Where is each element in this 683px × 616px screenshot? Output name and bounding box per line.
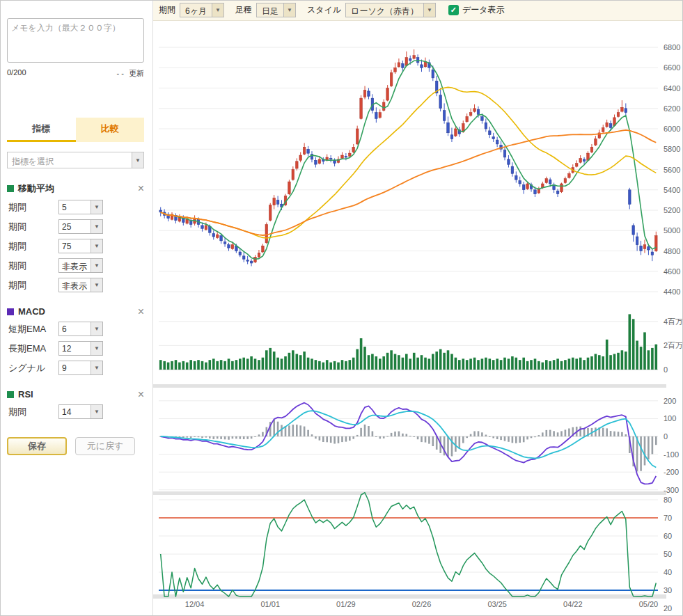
- svg-text:80: 80: [664, 496, 672, 504]
- chevron-down-icon: ▼: [283, 3, 295, 17]
- memo-meta: 0/200 - - 更新: [7, 68, 144, 79]
- svg-text:01/29: 01/29: [336, 600, 356, 608]
- chevron-down-icon: ▼: [91, 220, 102, 233]
- chevron-down-icon: ▼: [91, 200, 102, 214]
- svg-text:4600: 4600: [664, 267, 680, 276]
- svg-text:01/01: 01/01: [260, 600, 280, 608]
- select-value: 6: [59, 322, 91, 335]
- ma-period-row-1: 期間 5 ▼: [7, 200, 144, 214]
- chevron-down-icon: ▼: [91, 322, 102, 335]
- chevron-down-icon: ▼: [91, 239, 102, 253]
- svg-text:5000: 5000: [664, 226, 680, 235]
- close-icon[interactable]: ×: [138, 184, 144, 194]
- close-icon[interactable]: ×: [138, 390, 144, 400]
- svg-text:70: 70: [664, 514, 672, 522]
- bar-type-dropdown[interactable]: 日足 ▼: [256, 3, 296, 17]
- svg-text:02/26: 02/26: [412, 600, 432, 608]
- svg-text:6600: 6600: [664, 63, 680, 72]
- rsi-period-select[interactable]: 14 ▼: [58, 404, 103, 419]
- rsi-color-bullet: [7, 391, 14, 398]
- ma-period-row-5: 期間 非表示 ▼: [7, 278, 144, 292]
- close-icon[interactable]: ×: [138, 307, 144, 317]
- save-button[interactable]: 保存: [7, 437, 67, 455]
- svg-text:6000: 6000: [664, 125, 680, 133]
- select-value: 25: [59, 220, 91, 233]
- section-macd: MACD × 短期EMA 6 ▼ 長期EMA 12 ▼ シグナル 9 ▼: [7, 306, 144, 375]
- memo-updated-value: - -: [117, 69, 124, 77]
- row-label: 期間: [8, 260, 58, 272]
- style-label: スタイル: [307, 4, 341, 16]
- period-dropdown[interactable]: 6ヶ月 ▼: [180, 3, 224, 17]
- reset-button[interactable]: 元に戻す: [75, 437, 135, 455]
- svg-text:0: 0: [664, 365, 668, 374]
- chevron-down-icon: ▼: [212, 3, 223, 17]
- section-rsi: RSI × 期間 14 ▼: [7, 389, 144, 419]
- svg-text:5600: 5600: [664, 166, 680, 174]
- chart-area: 4400460048005000520054005600580060006200…: [153, 21, 683, 616]
- svg-text:04/22: 04/22: [563, 600, 583, 608]
- row-label: 期間: [8, 279, 58, 292]
- svg-text:6400: 6400: [664, 84, 680, 93]
- macd-signal-select[interactable]: 9 ▼: [58, 361, 103, 375]
- select-value: 5: [59, 200, 91, 214]
- memo-input[interactable]: [7, 18, 144, 63]
- indicator-select-placeholder: 指標を選択: [8, 152, 132, 168]
- svg-text:60: 60: [664, 532, 672, 540]
- ma-period-2-select[interactable]: 25 ▼: [58, 219, 103, 234]
- svg-text:100: 100: [664, 414, 676, 422]
- macd-short-select[interactable]: 6 ▼: [58, 322, 103, 336]
- chevron-down-icon: ▼: [423, 3, 435, 17]
- period-value: 6ヶ月: [180, 3, 212, 17]
- indicator-select[interactable]: 指標を選択 ▼: [7, 152, 144, 168]
- svg-text:5200: 5200: [664, 206, 680, 214]
- period-label: 期間: [159, 4, 175, 16]
- style-dropdown[interactable]: ローソク（赤青） ▼: [345, 3, 436, 17]
- chart-canvas[interactable]: 4400460048005000520054005600580060006200…: [153, 21, 683, 616]
- ma-period-row-2: 期間 25 ▼: [7, 219, 144, 234]
- svg-text:4400: 4400: [664, 287, 680, 296]
- tab-compare[interactable]: 比較: [76, 118, 145, 142]
- rsi-period-row: 期間 14 ▼: [7, 404, 144, 419]
- sidebar: 0/200 - - 更新 指標 比較 指標を選択 ▼ 移動平均 × 期間 5 ▼…: [0, 0, 153, 616]
- chevron-down-icon: ▼: [132, 152, 143, 168]
- sidebar-tabs: 指標 比較: [7, 118, 144, 142]
- select-value: 非表示: [59, 278, 91, 292]
- bar-type-label: 足種: [235, 4, 252, 16]
- section-moving-average: 移動平均 × 期間 5 ▼ 期間 25 ▼ 期間 75 ▼ 期間: [7, 182, 144, 292]
- chevron-down-icon: ▼: [91, 342, 102, 355]
- row-label: シグナル: [8, 362, 58, 374]
- tab-indicators[interactable]: 指標: [7, 118, 76, 142]
- chevron-down-icon: ▼: [91, 259, 102, 272]
- svg-text:5800: 5800: [664, 145, 680, 153]
- section-title: MACD: [18, 306, 134, 317]
- bar-type-value: 日足: [257, 3, 283, 17]
- svg-text:-200: -200: [664, 468, 679, 476]
- data-display-checkbox[interactable]: ✓: [448, 5, 459, 15]
- svg-text:20: 20: [664, 604, 672, 613]
- ma-period-4-select[interactable]: 非表示 ▼: [58, 258, 103, 273]
- row-label: 短期EMA: [8, 323, 58, 335]
- row-label: 長期EMA: [8, 342, 58, 355]
- macd-long-select[interactable]: 12 ▼: [58, 341, 103, 356]
- svg-text:0: 0: [664, 432, 668, 441]
- svg-text:-100: -100: [664, 450, 679, 459]
- ma-period-row-3: 期間 75 ▼: [7, 239, 144, 253]
- section-title: 移動平均: [18, 182, 134, 195]
- macd-long-row: 長期EMA 12 ▼: [7, 341, 144, 356]
- select-value: 9: [59, 361, 91, 374]
- row-label: 期間: [8, 240, 58, 253]
- data-display-label: データ表示: [462, 4, 505, 16]
- svg-text:6200: 6200: [664, 104, 680, 113]
- ma-period-1-select[interactable]: 5 ▼: [58, 200, 103, 214]
- ma-period-3-select[interactable]: 75 ▼: [58, 239, 103, 253]
- memo-update-link[interactable]: 更新: [129, 69, 144, 77]
- ma-period-5-select[interactable]: 非表示 ▼: [58, 278, 103, 292]
- ma-period-row-4: 期間 非表示 ▼: [7, 258, 144, 273]
- chevron-down-icon: ▼: [91, 361, 102, 374]
- macd-short-row: 短期EMA 6 ▼: [7, 322, 144, 336]
- row-label: 期間: [8, 221, 58, 233]
- select-value: 14: [59, 405, 91, 418]
- style-value: ローソク（赤青）: [346, 3, 423, 17]
- svg-text:4百万: 4百万: [664, 317, 683, 326]
- svg-text:30: 30: [664, 586, 672, 594]
